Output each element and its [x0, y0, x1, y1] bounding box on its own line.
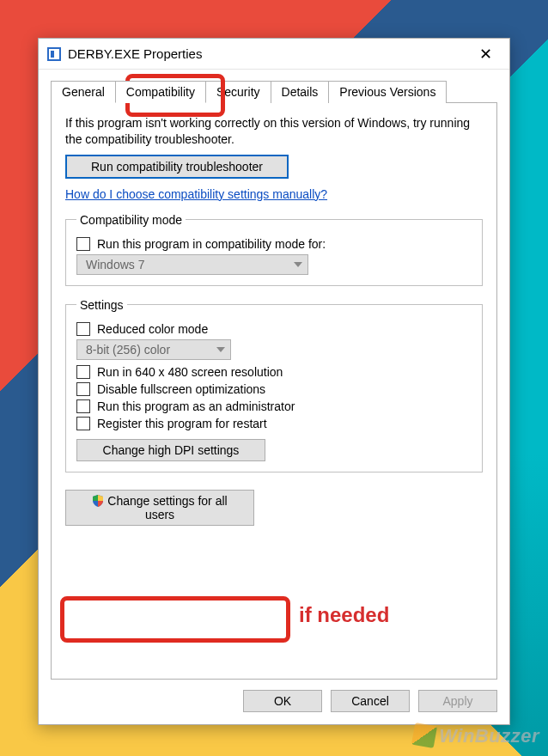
- compat-mode-selected: Windows 7: [86, 258, 144, 271]
- compat-mode-legend: Compatibility mode: [76, 213, 186, 227]
- close-icon[interactable]: ✕: [466, 42, 504, 66]
- disable-fullscreen-row[interactable]: Disable fullscreen optimizations: [76, 382, 472, 396]
- checkbox-icon[interactable]: [76, 237, 90, 251]
- change-all-users-label: Change settings for all users: [107, 494, 227, 521]
- settings-group: Settings Reduced color mode 8-bit (256) …: [65, 298, 483, 472]
- properties-window: DERBY.EXE Properties ✕ General Compatibi…: [38, 38, 510, 725]
- reduced-color-row[interactable]: Reduced color mode: [76, 322, 472, 336]
- tab-general[interactable]: General: [51, 81, 116, 103]
- register-restart-row[interactable]: Register this program for restart: [76, 417, 472, 430]
- tab-strip: General Compatibility Security Details P…: [51, 81, 497, 103]
- color-depth-select[interactable]: 8-bit (256) color: [76, 339, 231, 360]
- content-area: General Compatibility Security Details P…: [39, 70, 509, 680]
- checkbox-icon[interactable]: [76, 399, 90, 413]
- watermark-icon: [411, 722, 437, 748]
- titlebar[interactable]: DERBY.EXE Properties ✕: [39, 39, 509, 70]
- compat-mode-checkbox-row[interactable]: Run this program in compatibility mode f…: [76, 237, 472, 251]
- dialog-footer: OK Cancel Apply: [39, 680, 509, 724]
- chevron-down-icon: [294, 262, 302, 267]
- tab-compatibility[interactable]: Compatibility: [115, 81, 206, 103]
- compatibility-panel: If this program isn't working correctly …: [51, 102, 497, 680]
- change-all-users-button[interactable]: Change settings for all users: [65, 490, 254, 526]
- compat-mode-label: Run this program in compatibility mode f…: [97, 237, 326, 251]
- shield-icon: [92, 495, 104, 507]
- chevron-down-icon: [216, 347, 225, 352]
- ok-button[interactable]: OK: [243, 690, 322, 712]
- run-admin-label: Run this program as an administrator: [97, 399, 295, 413]
- color-depth-selected: 8-bit (256) color: [86, 343, 170, 357]
- cancel-button[interactable]: Cancel: [331, 690, 410, 712]
- checkbox-icon[interactable]: [76, 365, 90, 379]
- tab-security[interactable]: Security: [205, 81, 271, 103]
- disable-fullscreen-label: Disable fullscreen optimizations: [97, 382, 265, 396]
- checkbox-icon[interactable]: [76, 382, 90, 396]
- compat-mode-group: Compatibility mode Run this program in c…: [65, 213, 483, 286]
- checkbox-icon[interactable]: [76, 322, 90, 336]
- settings-legend: Settings: [76, 298, 127, 312]
- run-troubleshooter-button[interactable]: Run compatibility troubleshooter: [65, 155, 289, 179]
- watermark: WinBuzzer: [413, 724, 539, 747]
- compat-mode-select[interactable]: Windows 7: [76, 254, 308, 275]
- help-link[interactable]: How do I choose compatibility settings m…: [65, 187, 483, 201]
- watermark-text: WinBuzzer: [439, 725, 539, 747]
- high-dpi-button[interactable]: Change high DPI settings: [76, 439, 265, 461]
- apply-button[interactable]: Apply: [418, 690, 497, 712]
- annotation-text: if needed: [299, 603, 389, 627]
- low-res-row[interactable]: Run in 640 x 480 screen resolution: [76, 365, 472, 379]
- tab-details[interactable]: Details: [271, 81, 330, 103]
- checkbox-icon[interactable]: [76, 417, 90, 430]
- app-icon: [47, 47, 61, 61]
- run-admin-row[interactable]: Run this program as an administrator: [76, 399, 472, 413]
- reduced-color-label: Reduced color mode: [97, 322, 208, 336]
- low-res-label: Run in 640 x 480 screen resolution: [97, 365, 283, 379]
- window-title: DERBY.EXE Properties: [68, 46, 202, 61]
- all-users-wrap: Change settings for all users: [65, 490, 483, 526]
- register-restart-label: Register this program for restart: [97, 417, 267, 430]
- intro-text: If this program isn't working correctly …: [65, 115, 483, 148]
- tab-previous-versions[interactable]: Previous Versions: [328, 81, 447, 103]
